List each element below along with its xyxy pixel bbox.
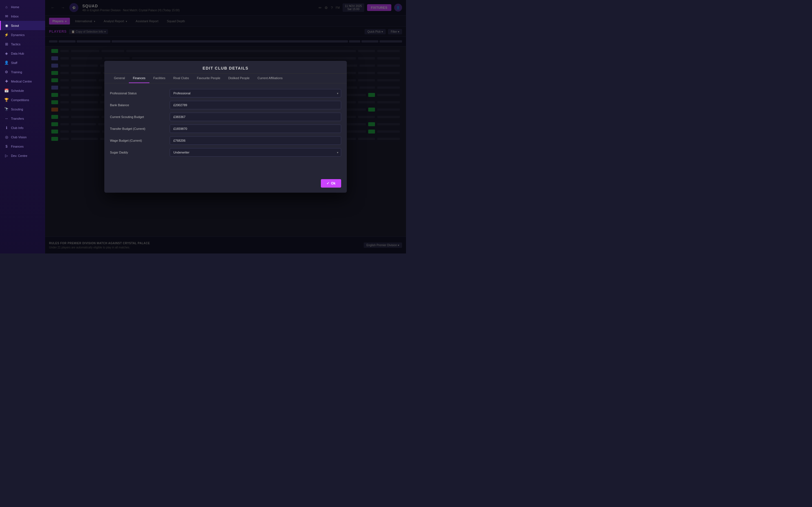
sidebar-item-scouting[interactable]: 🔭 Scouting <box>0 105 45 114</box>
transfers-icon: ↔ <box>4 116 9 121</box>
modal-tab-finances[interactable]: Finances <box>129 73 149 83</box>
scouting-icon: 🔭 <box>4 107 9 111</box>
sidebar-item-home[interactable]: ⌂ Home <box>0 2 45 11</box>
tactics-icon: ⊞ <box>4 42 9 46</box>
professional-status-label: Professional Status <box>110 92 166 95</box>
sidebar-item-staff[interactable]: 👤 Staff <box>0 58 45 67</box>
modal-overlay: EDIT CLUB DETAILS General Finances Facil… <box>45 0 406 253</box>
clubinfo-icon: ℹ <box>4 126 9 130</box>
sidebar-item-label: Training <box>11 70 22 74</box>
bank-balance-label: Bank Balance <box>110 103 166 107</box>
medical-icon: ✚ <box>4 79 9 83</box>
main-content: ← → ⚽ SQUAD 4th in English Premier Divis… <box>45 0 406 253</box>
sidebar-item-label: Competitions <box>11 98 29 102</box>
professional-status-select-wrapper: Professional Semi-Professional Amateur ▾ <box>170 89 341 98</box>
sidebar-item-label: Medical Centre <box>11 80 32 83</box>
schedule-icon: 📅 <box>4 89 9 93</box>
sidebar-item-datahub[interactable]: ◈ Data Hub <box>0 49 45 58</box>
bank-balance-input[interactable] <box>170 101 341 109</box>
home-icon: ⌂ <box>4 5 9 9</box>
sidebar-item-label: Tactics <box>11 43 20 46</box>
modal-footer: ✓ Ok <box>104 179 347 193</box>
professional-status-select[interactable]: Professional Semi-Professional Amateur <box>170 89 341 98</box>
scouting-budget-input[interactable] <box>170 113 341 121</box>
sidebar-item-label: Home <box>11 5 19 9</box>
sidebar-item-tactics[interactable]: ⊞ Tactics <box>0 40 45 49</box>
dynamics-icon: ⚡ <box>4 33 9 37</box>
sidebar-item-label: Inbox <box>11 15 18 18</box>
sidebar-item-devcentre[interactable]: ▷ Dev. Centre <box>0 151 45 160</box>
sugar-daddy-row: Sugar Daddy None Benefactor Underwriter … <box>110 148 341 157</box>
modal-tab-facilities[interactable]: Facilities <box>149 73 169 83</box>
wage-budget-label: Wage Budget (Current) <box>110 139 166 142</box>
sidebar-item-clubinfo[interactable]: ℹ Club Info <box>0 123 45 132</box>
sidebar: ⌂ Home ✉ Inbox ◉ Scout ⚡ Dynamics ⊞ Tact… <box>0 0 45 253</box>
sidebar-item-training[interactable]: ⚙ Training <box>0 67 45 76</box>
finances-icon: $ <box>4 144 9 149</box>
transfer-budget-row: Transfer Budget (Current) <box>110 124 341 133</box>
datahub-icon: ◈ <box>4 51 9 55</box>
sidebar-item-label: Data Hub <box>11 52 24 55</box>
ok-button[interactable]: ✓ Ok <box>321 179 341 187</box>
checkmark-icon: ✓ <box>326 181 329 185</box>
sugar-daddy-select[interactable]: None Benefactor Underwriter Sugar Daddy <box>170 148 341 157</box>
staff-icon: 👤 <box>4 61 9 65</box>
scouting-budget-row: Current Scouting Budget <box>110 113 341 121</box>
sidebar-item-inbox[interactable]: ✉ Inbox <box>0 11 45 21</box>
modal-tab-general[interactable]: General <box>110 73 129 83</box>
sidebar-item-label: Schedule <box>11 89 24 93</box>
sidebar-item-clubvision[interactable]: ◎ Club Vision <box>0 132 45 142</box>
sidebar-item-label: Dev. Centre <box>11 154 28 158</box>
training-icon: ⚙ <box>4 70 9 74</box>
sidebar-item-label: Dynamics <box>11 33 24 37</box>
sugar-daddy-label: Sugar Daddy <box>110 151 166 154</box>
sidebar-item-label: Scout <box>11 24 19 27</box>
transfer-budget-label: Transfer Budget (Current) <box>110 127 166 130</box>
modal-title: EDIT CLUB DETAILS <box>104 61 347 73</box>
modal-tab-disliked-people[interactable]: Disliked People <box>224 73 253 83</box>
sidebar-item-label: Club Vision <box>11 135 27 139</box>
sidebar-item-medical[interactable]: ✚ Medical Centre <box>0 76 45 86</box>
sidebar-item-label: Club Info <box>11 126 23 129</box>
modal-tab-current-affiliations[interactable]: Current Affiliations <box>253 73 287 83</box>
modal-body: Professional Status Professional Semi-Pr… <box>104 83 347 179</box>
sidebar-item-label: Transfers <box>11 117 24 120</box>
scouting-budget-label: Current Scouting Budget <box>110 115 166 119</box>
modal-tab-rival-clubs[interactable]: Rival Clubs <box>169 73 193 83</box>
modal-tab-favourite-people[interactable]: Favourite People <box>193 73 224 83</box>
wage-budget-row: Wage Budget (Current) <box>110 136 341 145</box>
inbox-icon: ✉ <box>4 14 9 18</box>
sidebar-item-label: Finances <box>11 145 24 148</box>
transfer-budget-input[interactable] <box>170 124 341 133</box>
sidebar-item-schedule[interactable]: 📅 Schedule <box>0 86 45 95</box>
sidebar-item-label: Staff <box>11 61 17 64</box>
sidebar-item-scout[interactable]: ◉ Scout <box>0 21 45 30</box>
sugar-daddy-select-wrapper: None Benefactor Underwriter Sugar Daddy … <box>170 148 341 157</box>
bank-balance-row: Bank Balance <box>110 101 341 109</box>
modal-tabs: General Finances Facilities Rival Clubs … <box>104 73 347 83</box>
wage-budget-input[interactable] <box>170 136 341 145</box>
sidebar-item-transfers[interactable]: ↔ Transfers <box>0 114 45 123</box>
edit-club-details-modal: EDIT CLUB DETAILS General Finances Facil… <box>104 61 347 193</box>
sidebar-item-label: Scouting <box>11 108 23 111</box>
professional-status-row: Professional Status Professional Semi-Pr… <box>110 89 341 98</box>
sidebar-item-competitions[interactable]: 🏆 Competitions <box>0 95 45 105</box>
clubvision-icon: ◎ <box>4 135 9 139</box>
scout-icon: ◉ <box>4 23 9 27</box>
devcentre-icon: ▷ <box>4 154 9 158</box>
sidebar-item-dynamics[interactable]: ⚡ Dynamics <box>0 30 45 40</box>
sidebar-item-finances[interactable]: $ Finances <box>0 142 45 151</box>
competitions-icon: 🏆 <box>4 98 9 102</box>
